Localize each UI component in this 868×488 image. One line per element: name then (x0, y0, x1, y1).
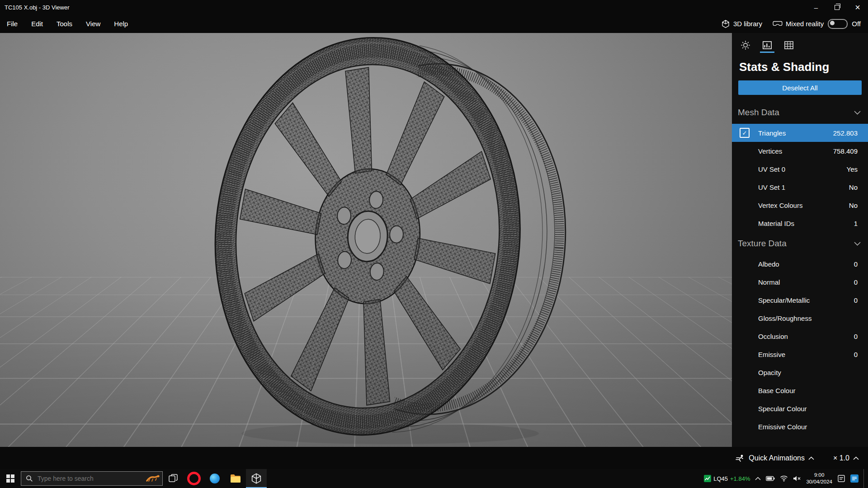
action-center-icon[interactable] (850, 474, 859, 483)
titlebar: TC105 X.obj - 3D Viewer – × (0, 0, 868, 14)
file-explorer-button[interactable] (225, 469, 246, 488)
stat-label: UV Set 1 (758, 183, 785, 191)
quick-animations-icon (735, 454, 745, 462)
lighting-sun-icon (741, 40, 750, 50)
battery-icon[interactable] (766, 476, 775, 481)
file-explorer-icon (230, 474, 241, 483)
tab-lighting[interactable] (738, 38, 753, 53)
close-button[interactable]: × (847, 0, 868, 14)
minimize-button[interactable]: – (806, 0, 826, 14)
checkbox-checked-icon[interactable]: ✓ (740, 128, 750, 138)
deselect-all-label: Deselect All (782, 84, 817, 92)
menu-file[interactable]: File (0, 14, 24, 33)
edge-app-button[interactable] (204, 469, 225, 488)
texture-row-specular-colour[interactable]: Specular Colour (732, 399, 868, 418)
taskbar-clock[interactable]: 9:00 30/04/2024 (806, 472, 832, 485)
taskbar-search[interactable] (21, 471, 163, 486)
3d-library-button[interactable]: 3D library (721, 19, 762, 28)
mixed-reality-icon (773, 20, 783, 28)
checkbox-slot: ✓ (740, 128, 758, 138)
stat-label: Opacity (758, 369, 781, 376)
stat-value: 0 (854, 260, 858, 268)
restore-icon (835, 5, 840, 10)
tab-grid[interactable] (782, 38, 796, 53)
chevron-down-icon (854, 111, 861, 115)
opera-app-button[interactable] (184, 469, 204, 488)
quick-animations-label[interactable]: Quick Animations (749, 454, 805, 462)
close-icon: × (855, 2, 860, 13)
texture-row-albedo[interactable]: Albedo 0 (732, 255, 868, 273)
task-view-icon (168, 474, 178, 483)
stat-row-vertex-colours[interactable]: Vertex Colours No (732, 196, 868, 214)
wifi-icon[interactable] (780, 475, 788, 482)
grid-table-icon (784, 40, 794, 50)
chevron-up-icon[interactable] (808, 456, 814, 460)
stat-label: Base Colour (758, 387, 796, 394)
search-input[interactable] (37, 474, 142, 483)
mesh-data-header[interactable]: Mesh Data (732, 101, 868, 124)
stat-value: 0 (854, 333, 858, 340)
stat-label: Emissive Colour (758, 423, 807, 431)
mixed-reality-toggle[interactable] (828, 19, 848, 29)
stat-value: 0 (854, 278, 858, 286)
stat-value: 758.409 (833, 147, 858, 155)
mixed-reality-state: Off (852, 20, 861, 28)
texture-row-specular-metallic[interactable]: Specular/Metallic 0 (732, 291, 868, 309)
texture-row-base-colour[interactable]: Base Colour (732, 381, 868, 399)
edge-icon (210, 474, 220, 483)
stat-row-triangles[interactable]: ✓ Triangles 252.803 (732, 124, 868, 142)
volume-mute-icon[interactable] (793, 475, 801, 482)
notification-note-icon[interactable] (837, 474, 845, 483)
texture-row-gloss-roughness[interactable]: Gloss/Roughness (732, 309, 868, 327)
clock-time: 9:00 (806, 472, 832, 479)
texture-row-occlusion[interactable]: Occlusion 0 (732, 327, 868, 345)
panel-tabs (732, 33, 868, 53)
stat-row-uv-set-1[interactable]: UV Set 1 No (732, 178, 868, 196)
chevron-up-icon[interactable] (853, 456, 859, 460)
menu-tools[interactable]: Tools (50, 14, 79, 33)
mixed-reality-button[interactable]: Mixed reality (773, 20, 824, 28)
3d-viewport[interactable] (0, 33, 732, 447)
stats-chart-icon (762, 40, 772, 50)
app-window: TC105 X.obj - 3D Viewer – × File Edit To… (0, 0, 868, 488)
stat-value: 252.803 (833, 129, 858, 137)
stat-value: No (849, 202, 858, 209)
stat-label: Emissive (758, 351, 785, 358)
start-button[interactable] (0, 469, 21, 488)
floor-grid (0, 33, 732, 277)
restore-button[interactable] (826, 0, 847, 14)
bottombar: Quick Animations × 1.0 (0, 447, 868, 469)
menu-view[interactable]: View (79, 14, 107, 33)
texture-row-normal[interactable]: Normal 0 (732, 273, 868, 291)
ticker-symbol: LQ45 (713, 475, 728, 482)
menubar-right: 3D library Mixed reality Off (715, 19, 868, 29)
show-desktop-button[interactable] (863, 469, 867, 488)
stat-row-material-ids[interactable]: Material IDs 1 (732, 214, 868, 232)
stat-row-vertices[interactable]: Vertices 758.409 (732, 142, 868, 160)
3d-library-label: 3D library (733, 20, 762, 28)
animation-speed-label[interactable]: × 1.0 (833, 454, 849, 462)
texture-row-emissive[interactable]: Emissive 0 (732, 345, 868, 363)
menu-edit[interactable]: Edit (24, 14, 50, 33)
stock-ticker[interactable]: LQ45 +1.84% (704, 475, 750, 482)
menubar: File Edit Tools View Help 3D library Mix… (0, 14, 868, 33)
3d-viewer-icon (251, 473, 261, 484)
texture-row-opacity[interactable]: Opacity (732, 363, 868, 381)
tab-stats-shading[interactable] (760, 38, 774, 53)
stat-row-uv-set-0[interactable]: UV Set 0 Yes (732, 160, 868, 178)
stat-label: Vertices (758, 147, 782, 155)
texture-data-title: Texture Data (738, 239, 787, 249)
deselect-all-button[interactable]: Deselect All (738, 80, 862, 95)
minimize-icon: – (814, 4, 818, 11)
system-tray: LQ45 +1.84% 9:00 30/04/2024 (704, 469, 868, 488)
texture-row-emissive-colour[interactable]: Emissive Colour (732, 418, 868, 436)
3d-viewer-app-button[interactable] (246, 469, 267, 488)
stat-value: 0 (854, 296, 858, 304)
stat-label: Occlusion (758, 333, 788, 340)
task-view-button[interactable] (163, 469, 184, 488)
texture-data-header[interactable]: Texture Data (732, 232, 868, 255)
stat-label: Gloss/Roughness (758, 314, 811, 322)
panel-title: Stats & Shading (732, 53, 868, 80)
menu-help[interactable]: Help (107, 14, 135, 33)
hidden-icons-chevron-icon[interactable] (755, 477, 761, 480)
